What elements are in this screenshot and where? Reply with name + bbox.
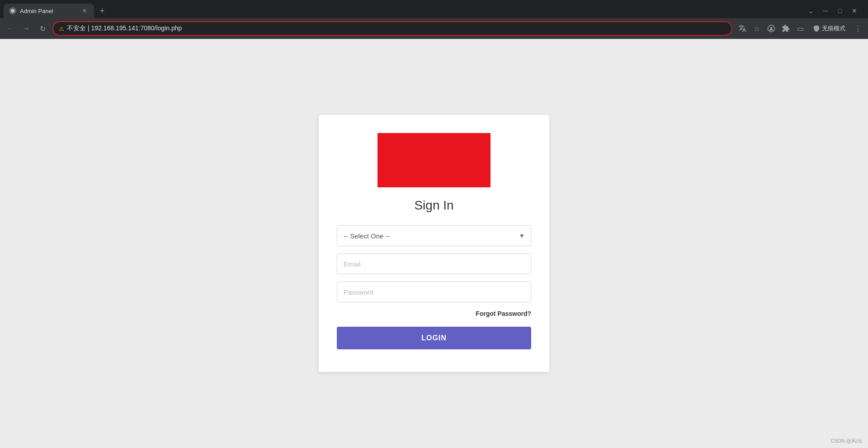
security-label: 不安全 | 192.168.195.141:7080/login.php — [67, 24, 182, 33]
translate-icon[interactable] — [736, 22, 749, 35]
new-tab-button[interactable]: + — [96, 5, 108, 17]
maximize-button[interactable]: □ — [834, 5, 846, 17]
email-field[interactable] — [337, 253, 531, 274]
sign-in-title: Sign In — [414, 198, 453, 213]
bookmark-icon[interactable]: ☆ — [750, 22, 763, 35]
role-select-wrapper: -- Select One -- Admin User ▼ — [337, 225, 531, 246]
sidebar-toggle-icon[interactable]: ▭ — [794, 22, 807, 35]
password-field[interactable] — [337, 281, 531, 302]
reload-button[interactable]: ↻ — [36, 22, 49, 35]
tab-close-button[interactable]: ✕ — [80, 7, 89, 15]
toolbar-right: ☆ ▭ 无痕模式 ⋮ — [736, 22, 864, 35]
browser-tab[interactable]: Admin Panel ✕ — [4, 4, 94, 18]
svg-point-3 — [770, 27, 773, 29]
browser-chrome: Admin Panel ✕ + ⌄ ─ □ ✕ ← → ↻ ⚠ 不安全 | 19… — [0, 0, 868, 39]
profile-icon[interactable] — [765, 22, 778, 35]
minimize-button[interactable]: ─ — [819, 5, 832, 17]
login-card: Sign In -- Select One -- Admin User ▼ Fo… — [319, 115, 549, 372]
wufeng-label: 无痕模式 — [822, 24, 845, 33]
chevron-down-icon[interactable]: ⌄ — [805, 5, 817, 17]
role-select[interactable]: -- Select One -- Admin User — [337, 225, 531, 246]
back-button[interactable]: ← — [4, 22, 16, 35]
tab-title: Admin Panel — [20, 8, 77, 14]
svg-point-1 — [11, 9, 14, 13]
wufeng-mode-button[interactable]: 无痕模式 — [808, 23, 850, 34]
tab-bar: Admin Panel ✕ + ⌄ ─ □ ✕ — [0, 0, 868, 18]
forgot-password-link[interactable]: Forgot Password? — [476, 310, 531, 317]
address-bar-row: ← → ↻ ⚠ 不安全 | 192.168.195.141:7080/login… — [0, 18, 868, 39]
login-button[interactable]: LOGIN — [337, 327, 531, 349]
address-bar[interactable]: ⚠ 不安全 | 192.168.195.141:7080/login.php — [52, 21, 732, 36]
window-controls: ⌄ ─ □ ✕ — [805, 5, 864, 17]
page-content: Sign In -- Select One -- Admin User ▼ Fo… — [0, 39, 868, 448]
forgot-password-container: Forgot Password? — [337, 310, 531, 318]
logo-image — [377, 133, 491, 187]
extension-icon[interactable] — [779, 22, 792, 35]
menu-icon[interactable]: ⋮ — [852, 22, 864, 35]
security-warning-icon: ⚠ — [59, 25, 64, 32]
close-button[interactable]: ✕ — [848, 5, 861, 17]
csdn-watermark: CSDN @风/云 — [831, 438, 863, 444]
forward-button[interactable]: → — [20, 22, 33, 35]
tab-favicon — [9, 7, 16, 14]
